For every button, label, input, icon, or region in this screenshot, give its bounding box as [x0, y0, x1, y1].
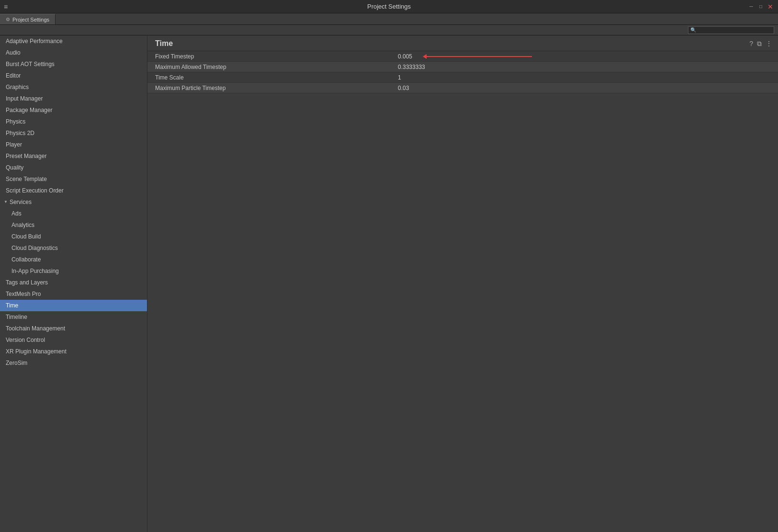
title-bar: ≡ Project Settings ─ □ ✕	[0, 0, 778, 13]
settings-rows: Fixed Timestep0.005 Maximum Allowed Time…	[147, 51, 778, 93]
tab-gear-icon: ⚙	[6, 17, 10, 22]
sidebar-item-preset-manager[interactable]: Preset Manager	[0, 150, 147, 162]
search-bar: 🔍	[0, 25, 778, 35]
sidebar-item-label: Preset Manager	[6, 153, 46, 159]
sidebar-item-in-app-purchasing[interactable]: In-App Purchasing	[0, 265, 147, 277]
settings-value-wrap-max-particle-timestep: 0.03	[394, 85, 778, 91]
window-title: Project Settings	[367, 3, 411, 10]
tab-bar: ⚙ Project Settings	[0, 13, 778, 25]
sidebar-item-cloud-build[interactable]: Cloud Build	[0, 231, 147, 242]
project-settings-tab[interactable]: ⚙ Project Settings	[0, 14, 56, 24]
settings-row-fixed-timestep: Fixed Timestep0.005	[147, 51, 778, 62]
sidebar-item-label: Audio	[6, 49, 21, 56]
sidebar-item-label: Tags and Layers	[6, 279, 48, 286]
sidebar-item-label: Package Manager	[6, 107, 52, 113]
sidebar-item-label: Scene Template	[6, 176, 47, 182]
sidebar-item-burst-aot[interactable]: Burst AOT Settings	[0, 58, 147, 70]
content-header: Time ? ⧉ ⋮	[147, 35, 778, 51]
sidebar-item-player[interactable]: Player	[0, 139, 147, 150]
settings-value-time-scale[interactable]: 1	[394, 74, 778, 81]
sidebar-item-label: Adaptive Performance	[6, 38, 63, 45]
window-controls: ─ □ ✕	[747, 3, 774, 11]
sidebar-item-audio[interactable]: Audio	[0, 47, 147, 58]
triangle-icon: ▼	[4, 198, 8, 206]
external-link-icon[interactable]: ⧉	[757, 40, 762, 48]
tab-label: Project Settings	[12, 17, 49, 23]
settings-label-max-particle-timestep: Maximum Particle Timestep	[147, 85, 394, 91]
content-area: Time ? ⧉ ⋮ Fixed Timestep0.005 Maximum A…	[147, 35, 778, 532]
settings-value-max-allowed-timestep[interactable]: 0.3333333	[394, 64, 778, 70]
sidebar-item-label: Player	[6, 141, 22, 148]
sidebar-item-input-manager[interactable]: Input Manager	[0, 93, 147, 104]
menu-icon[interactable]: ≡	[4, 3, 8, 11]
sidebar-item-label: TextMesh Pro	[6, 291, 41, 297]
search-input[interactable]	[698, 27, 772, 33]
sidebar-item-label: Burst AOT Settings	[6, 61, 55, 68]
sidebar-item-zerosim[interactable]: ZeroSim	[0, 357, 147, 369]
sidebar-item-analytics[interactable]: Analytics	[0, 219, 147, 231]
sidebar-item-textmesh-pro[interactable]: TextMesh Pro	[0, 288, 147, 300]
sidebar-group-label: Services	[10, 198, 32, 206]
sidebar-item-collaborate[interactable]: Collaborate	[0, 254, 147, 265]
settings-label-max-allowed-timestep: Maximum Allowed Timestep	[147, 64, 394, 70]
sidebar-item-label: ZeroSim	[6, 360, 27, 366]
sidebar-item-label: XR Plugin Management	[6, 348, 67, 355]
sidebar-item-label: Physics 2D	[6, 130, 34, 136]
search-icon: 🔍	[690, 27, 696, 33]
sidebar-item-editor[interactable]: Editor	[0, 70, 147, 81]
help-icon[interactable]: ?	[749, 40, 753, 47]
sidebar-item-adaptive-performance[interactable]: Adaptive Performance	[0, 35, 147, 47]
sidebar-item-graphics[interactable]: Graphics	[0, 81, 147, 93]
settings-value-wrap-time-scale: 1	[394, 74, 778, 81]
sidebar-item-package-manager[interactable]: Package Manager	[0, 104, 147, 116]
sidebar-item-label: Script Execution Order	[6, 187, 64, 194]
sidebar: Adaptive PerformanceAudioBurst AOT Setti…	[0, 35, 147, 532]
sidebar-item-quality[interactable]: Quality	[0, 162, 147, 173]
sidebar-group-services-group[interactable]: ▼Services	[0, 196, 147, 208]
sidebar-item-scene-template[interactable]: Scene Template	[0, 173, 147, 185]
sidebar-item-script-execution-order[interactable]: Script Execution Order	[0, 185, 147, 196]
settings-row-max-particle-timestep: Maximum Particle Timestep0.03	[147, 83, 778, 93]
sidebar-item-label: Toolchain Management	[6, 325, 65, 332]
sidebar-item-label: Analytics	[11, 222, 34, 228]
sidebar-item-label: Timeline	[6, 314, 27, 320]
sidebar-item-physics[interactable]: Physics	[0, 116, 147, 127]
content-title: Time	[155, 39, 173, 48]
sidebar-item-label: Quality	[6, 164, 23, 171]
settings-value-max-particle-timestep[interactable]: 0.03	[394, 85, 778, 91]
settings-label-time-scale: Time Scale	[147, 74, 394, 81]
sidebar-item-time[interactable]: Time	[0, 300, 147, 311]
sidebar-item-xr-plugin-management[interactable]: XR Plugin Management	[0, 346, 147, 357]
main-layout: Adaptive PerformanceAudioBurst AOT Setti…	[0, 35, 778, 532]
settings-value-wrap-max-allowed-timestep: 0.3333333	[394, 64, 778, 70]
sidebar-item-cloud-diagnostics[interactable]: Cloud Diagnostics	[0, 242, 147, 254]
sidebar-item-toolchain-management[interactable]: Toolchain Management	[0, 323, 147, 334]
sidebar-item-label: Graphics	[6, 84, 29, 91]
settings-menu-icon[interactable]: ⋮	[766, 40, 772, 47]
minimize-button[interactable]: ─	[747, 3, 755, 11]
settings-label-fixed-timestep: Fixed Timestep	[147, 53, 394, 60]
sidebar-item-physics-2d[interactable]: Physics 2D	[0, 127, 147, 139]
sidebar-item-label: Version Control	[6, 337, 45, 343]
sidebar-item-label: Time	[6, 302, 18, 309]
sidebar-item-label: Input Manager	[6, 95, 43, 102]
sidebar-item-label: Cloud Diagnostics	[11, 245, 58, 251]
settings-value-fixed-timestep[interactable]: 0.005	[394, 53, 778, 60]
sidebar-item-tags-and-layers[interactable]: Tags and Layers	[0, 277, 147, 288]
sidebar-item-timeline[interactable]: Timeline	[0, 311, 147, 323]
sidebar-item-label: Ads	[11, 210, 22, 217]
settings-value-wrap-fixed-timestep: 0.005	[394, 53, 778, 60]
search-wrap[interactable]: 🔍	[688, 26, 774, 34]
close-button[interactable]: ✕	[767, 3, 774, 11]
sidebar-item-label: In-App Purchasing	[11, 268, 59, 274]
sidebar-item-label: Physics	[6, 118, 25, 125]
sidebar-item-label: Cloud Build	[11, 233, 41, 240]
sidebar-item-label: Editor	[6, 72, 21, 79]
sidebar-item-ads[interactable]: Ads	[0, 208, 147, 219]
maximize-button[interactable]: □	[757, 3, 765, 11]
content-header-icons: ? ⧉ ⋮	[749, 40, 772, 48]
settings-row-max-allowed-timestep: Maximum Allowed Timestep0.3333333	[147, 62, 778, 72]
sidebar-item-label: Collaborate	[11, 256, 41, 263]
sidebar-item-version-control[interactable]: Version Control	[0, 334, 147, 346]
settings-row-time-scale: Time Scale1	[147, 72, 778, 83]
